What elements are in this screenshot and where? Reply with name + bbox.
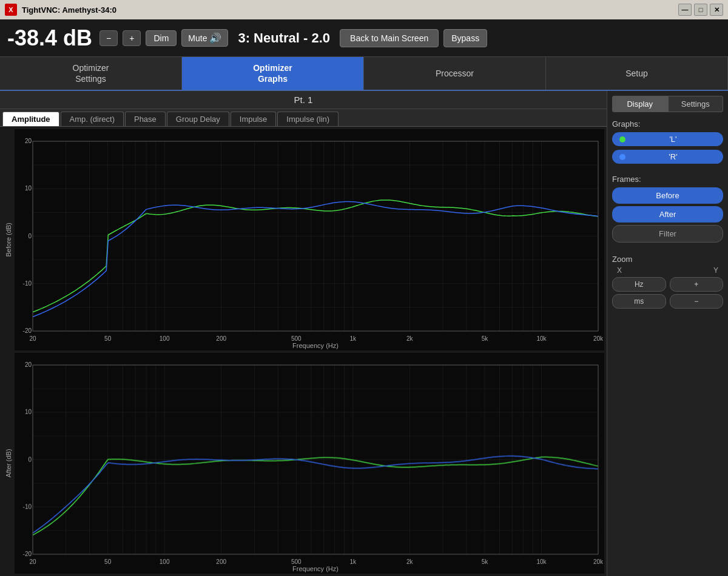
zoom-section: Zoom X Y Hz + ms − xyxy=(612,255,723,311)
preset-name: 3: Neutral - 2.0 xyxy=(238,30,330,46)
zoom-x-label: X xyxy=(617,266,622,275)
sidebar-tabs: Display Settings xyxy=(612,96,723,112)
speaker-icon: 🔊 xyxy=(209,32,221,44)
zoom-label: Zoom xyxy=(612,255,723,264)
zoom-plus-button[interactable]: + xyxy=(670,277,724,292)
after-y-label: After (dB) xyxy=(2,353,15,574)
frame-filter-button[interactable]: Filter xyxy=(612,225,723,243)
main-content: Pt. 1 Amplitude Amp. (direct) Phase Grou… xyxy=(0,91,728,576)
tab-setup[interactable]: Setup xyxy=(546,57,728,90)
graph-tab-group-delay[interactable]: Group Delay xyxy=(167,112,229,126)
dim-button[interactable]: Dim xyxy=(146,30,177,46)
minimize-button[interactable]: — xyxy=(678,4,692,16)
sidebar-tab-settings[interactable]: Settings xyxy=(668,96,724,112)
back-to-main-button[interactable]: Back to Main Screen xyxy=(340,29,439,47)
tab-optimizer-settings[interactable]: OptimizerSettings xyxy=(0,57,182,90)
graph-tab-amplitude[interactable]: Amplitude xyxy=(2,112,59,126)
minus-button[interactable]: − xyxy=(99,30,118,46)
frames-label: Frames: xyxy=(612,175,723,184)
app-icon: X xyxy=(5,4,17,16)
after-canvas xyxy=(15,353,604,574)
mute-button[interactable]: Mute 🔊 xyxy=(181,29,228,47)
sidebar-tab-display[interactable]: Display xyxy=(612,96,668,112)
graph-tab-amp-direct[interactable]: Amp. (direct) xyxy=(61,112,124,126)
frame-after-button[interactable]: After xyxy=(612,206,723,223)
legend-r-label: 'R' xyxy=(630,152,716,161)
zoom-minus-button[interactable]: − xyxy=(670,294,724,309)
legend-l-dot xyxy=(619,136,625,142)
zoom-ms-row: ms − xyxy=(612,294,723,309)
pt-header: Pt. 1 xyxy=(0,91,607,109)
close-button[interactable]: ✕ xyxy=(710,4,723,16)
zoom-y-label: Y xyxy=(713,266,718,275)
after-chart xyxy=(15,353,604,574)
tab-optimizer-graphs-label: OptimizerGraphs xyxy=(253,62,292,84)
plus-button[interactable]: + xyxy=(123,30,141,46)
db-display: -38.4 dB xyxy=(7,25,92,51)
legend-l[interactable]: 'L' xyxy=(612,132,723,146)
graph-tab-phase[interactable]: Phase xyxy=(125,112,166,126)
legend-l-label: 'L' xyxy=(630,135,716,144)
sidebar: Display Settings Graphs: 'L' 'R' Frames:… xyxy=(607,91,728,576)
before-chart-wrapper: Before (dB) xyxy=(2,129,604,350)
before-canvas xyxy=(15,129,604,350)
window-title: TightVNC: Amethyst-34:0 xyxy=(22,5,116,15)
tab-setup-label: Setup xyxy=(625,69,648,78)
window-controls: — □ ✕ xyxy=(678,4,723,16)
graphs-label: Graphs: xyxy=(612,119,723,129)
graph-tabs: Amplitude Amp. (direct) Phase Group Dela… xyxy=(0,109,607,127)
topbar: -38.4 dB − + Dim Mute 🔊 3: Neutral - 2.0… xyxy=(0,19,728,57)
graph-tab-impulse[interactable]: Impulse xyxy=(231,112,277,126)
graph-tab-impulse-lin[interactable]: Impulse (lin) xyxy=(277,112,339,126)
zoom-xy: X Y xyxy=(612,266,723,275)
nav-tabs: OptimizerSettings OptimizerGraphs Proces… xyxy=(0,57,728,91)
frame-before-button[interactable]: Before xyxy=(612,187,723,204)
zoom-hz-button[interactable]: Hz xyxy=(612,277,666,292)
zoom-hz-row: Hz + xyxy=(612,277,723,292)
maximize-button[interactable]: □ xyxy=(694,4,707,16)
before-y-label: Before (dB) xyxy=(2,129,15,350)
frames-section: Frames: Before After Filter xyxy=(612,175,723,245)
bypass-button[interactable]: Bypass xyxy=(443,29,487,47)
titlebar: X TightVNC: Amethyst-34:0 — □ ✕ xyxy=(0,0,728,19)
tab-optimizer-settings-label: OptimizerSettings xyxy=(73,62,109,84)
zoom-ms-button[interactable]: ms xyxy=(612,294,666,309)
tab-optimizer-graphs[interactable]: OptimizerGraphs xyxy=(182,57,364,90)
tab-processor[interactable]: Processor xyxy=(364,57,546,90)
graph-area: Pt. 1 Amplitude Amp. (direct) Phase Grou… xyxy=(0,91,607,576)
before-chart xyxy=(15,129,604,350)
after-chart-wrapper: After (dB) xyxy=(2,353,604,574)
legend-r-dot xyxy=(619,154,625,160)
charts-container: Before (dB) After (dB) xyxy=(0,127,607,576)
tab-processor-label: Processor xyxy=(436,69,474,78)
legend-r[interactable]: 'R' xyxy=(612,150,723,164)
